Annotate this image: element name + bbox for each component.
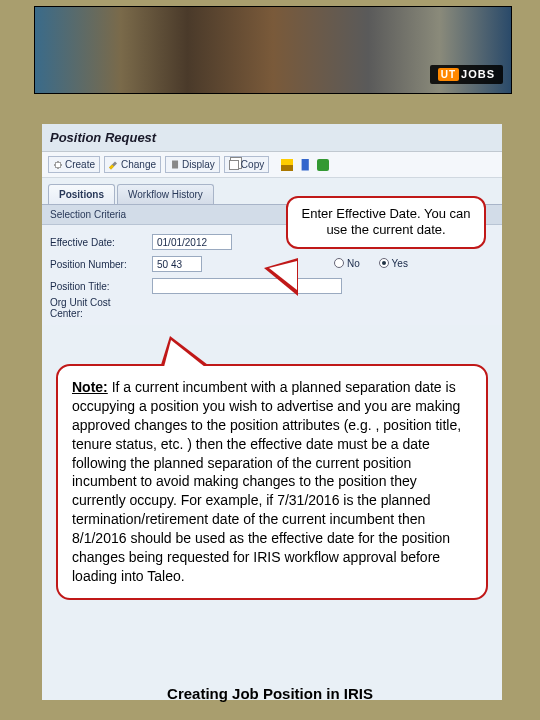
print-icon[interactable]: [281, 159, 293, 171]
tab-workflow-history[interactable]: Workflow History: [117, 184, 214, 204]
effective-date-input[interactable]: 01/01/2012: [152, 234, 232, 250]
requisition-radios: No Yes: [334, 258, 494, 271]
tab-positions[interactable]: Positions: [48, 184, 115, 204]
copy-icon: [229, 160, 239, 170]
footer-caption: Creating Job Position in IRIS: [0, 685, 540, 702]
radio-no-label: No: [347, 258, 360, 269]
radio-dot-yes: [379, 258, 389, 268]
position-number-input[interactable]: 50 43: [152, 256, 202, 272]
callout2-tail-fill: [164, 340, 205, 367]
callout1-tail-fill: [269, 261, 297, 290]
radio-dot-no: [334, 258, 344, 268]
note-label: Note:: [72, 379, 108, 395]
refresh-icon[interactable]: [317, 159, 329, 171]
form-title: Position Request: [42, 124, 502, 152]
pencil-icon: [109, 160, 119, 170]
header-banner: UTJOBS: [34, 6, 512, 94]
glasses-icon: [170, 160, 180, 170]
ut-badge: UT: [438, 68, 459, 81]
change-button[interactable]: Change: [104, 156, 161, 173]
toolbar-extra-icons: [281, 159, 329, 171]
radio-yes[interactable]: Yes: [379, 258, 408, 269]
radio-no[interactable]: No: [334, 258, 360, 269]
copy-button[interactable]: Copy: [224, 156, 269, 173]
display-button[interactable]: Display: [165, 156, 220, 173]
change-label: Change: [121, 159, 156, 170]
jobs-text: JOBS: [461, 68, 495, 80]
display-label: Display: [182, 159, 215, 170]
create-button[interactable]: Create: [48, 156, 100, 173]
row-org-cost: Org Unit Cost Center:: [50, 297, 494, 319]
utjobs-logo: UTJOBS: [430, 65, 503, 84]
save-icon[interactable]: [299, 159, 311, 171]
toolbar: Create Change Display Copy: [42, 152, 502, 178]
effective-date-label: Effective Date:: [50, 237, 146, 248]
position-title-input[interactable]: [152, 278, 342, 294]
org-cost-label: Org Unit Cost Center:: [50, 297, 146, 319]
note-body: If a current incumbent with a planned se…: [72, 379, 461, 584]
copy-label: Copy: [241, 159, 264, 170]
position-title-label: Position Title:: [50, 281, 146, 292]
create-icon: [53, 160, 63, 170]
callout-note: Note: If a current incumbent with a plan…: [56, 364, 488, 600]
position-number-label: Position Number:: [50, 259, 146, 270]
create-label: Create: [65, 159, 95, 170]
callout-effective-date: Enter Effective Date. You can use the cu…: [286, 196, 486, 249]
radio-yes-label: Yes: [392, 258, 408, 269]
